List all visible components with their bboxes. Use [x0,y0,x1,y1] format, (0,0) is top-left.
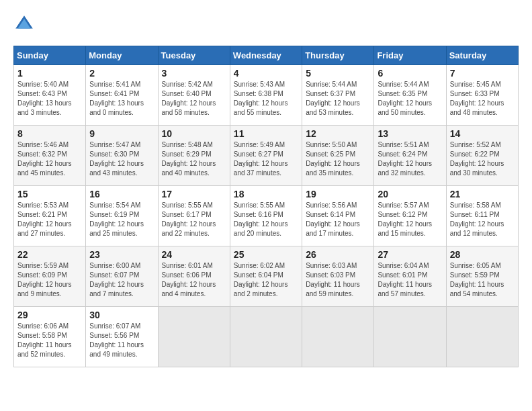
calendar-day: 27Sunrise: 6:04 AMSunset: 6:01 PMDayligh… [374,246,446,307]
calendar-header: SundayMondayTuesdayWednesdayThursdayFrid… [14,46,519,65]
day-detail: Sunrise: 5:57 AMSunset: 6:12 PMDaylight:… [378,201,442,238]
calendar-day: 2Sunrise: 5:41 AMSunset: 6:41 PMDaylight… [86,65,158,126]
day-number: 16 [89,189,154,199]
column-header-friday: Friday [374,46,446,65]
day-number: 19 [306,189,370,199]
day-detail: Sunrise: 5:49 AMSunset: 6:27 PMDaylight:… [234,140,298,178]
day-detail: Sunrise: 5:58 AMSunset: 6:11 PMDaylight:… [450,201,515,238]
day-detail: Sunrise: 6:06 AMSunset: 5:58 PMDaylight:… [17,322,82,359]
column-header-monday: Monday [86,46,158,65]
day-detail: Sunrise: 5:43 AMSunset: 6:38 PMDaylight:… [234,80,298,118]
day-detail: Sunrise: 6:07 AMSunset: 5:56 PMDaylight:… [89,322,154,359]
calendar-day: 6Sunrise: 5:44 AMSunset: 6:35 PMDaylight… [374,65,446,126]
day-number: 9 [89,128,154,139]
column-header-thursday: Thursday [302,46,374,65]
calendar-table: SundayMondayTuesdayWednesdayThursdayFrid… [13,46,519,367]
day-number: 18 [234,189,298,199]
day-number: 24 [162,249,226,260]
day-detail: Sunrise: 5:55 AMSunset: 6:17 PMDaylight:… [162,201,226,238]
day-number: 26 [306,249,370,260]
calendar-day: 18Sunrise: 5:55 AMSunset: 6:16 PMDayligh… [230,186,302,246]
calendar-day: 15Sunrise: 5:53 AMSunset: 6:21 PMDayligh… [14,186,86,246]
day-number: 27 [378,249,442,260]
day-number: 15 [17,189,82,199]
day-detail: Sunrise: 5:41 AMSunset: 6:41 PMDaylight:… [89,80,154,118]
day-detail: Sunrise: 5:44 AMSunset: 6:35 PMDaylight:… [378,80,442,118]
day-detail: Sunrise: 6:00 AMSunset: 6:07 PMDaylight:… [89,261,154,299]
calendar-day: 1Sunrise: 5:40 AMSunset: 6:43 PMDaylight… [14,65,86,126]
page-header [13,13,519,35]
day-number: 12 [306,128,370,139]
day-number: 30 [89,310,154,320]
calendar-day: 28Sunrise: 6:05 AMSunset: 5:59 PMDayligh… [446,246,518,307]
day-number: 10 [162,128,226,139]
day-detail: Sunrise: 6:02 AMSunset: 6:04 PMDaylight:… [234,261,298,299]
day-number: 20 [378,189,442,199]
day-detail: Sunrise: 5:53 AMSunset: 6:21 PMDaylight:… [17,201,82,238]
day-detail: Sunrise: 6:03 AMSunset: 6:03 PMDaylight:… [306,261,370,299]
calendar-day: 5Sunrise: 5:44 AMSunset: 6:37 PMDaylight… [302,65,374,126]
day-detail: Sunrise: 5:50 AMSunset: 6:25 PMDaylight:… [306,140,370,178]
day-detail: Sunrise: 6:04 AMSunset: 6:01 PMDaylight:… [378,261,442,299]
day-number: 13 [378,128,442,139]
day-detail: Sunrise: 5:47 AMSunset: 6:30 PMDaylight:… [89,140,154,178]
calendar-day: 29Sunrise: 6:06 AMSunset: 5:58 PMDayligh… [14,307,86,367]
column-header-wednesday: Wednesday [230,46,302,65]
day-detail: Sunrise: 5:45 AMSunset: 6:33 PMDaylight:… [450,80,515,118]
day-detail: Sunrise: 6:01 AMSunset: 6:06 PMDaylight:… [162,261,226,299]
column-header-sunday: Sunday [14,46,86,65]
day-number: 17 [162,189,226,199]
day-number: 21 [450,189,515,199]
calendar-day: 20Sunrise: 5:57 AMSunset: 6:12 PMDayligh… [374,186,446,246]
calendar-day [230,307,302,367]
calendar-day [446,307,518,367]
calendar-day: 14Sunrise: 5:52 AMSunset: 6:22 PMDayligh… [446,126,518,186]
day-detail: Sunrise: 5:59 AMSunset: 6:09 PMDaylight:… [17,261,82,299]
day-detail: Sunrise: 5:51 AMSunset: 6:24 PMDaylight:… [378,140,442,178]
day-number: 22 [17,249,82,260]
calendar-day: 9Sunrise: 5:47 AMSunset: 6:30 PMDaylight… [86,126,158,186]
calendar-day: 3Sunrise: 5:42 AMSunset: 6:40 PMDaylight… [158,65,230,126]
calendar-day: 4Sunrise: 5:43 AMSunset: 6:38 PMDaylight… [230,65,302,126]
column-header-saturday: Saturday [446,46,518,65]
day-detail: Sunrise: 5:46 AMSunset: 6:32 PMDaylight:… [17,140,82,178]
day-detail: Sunrise: 5:56 AMSunset: 6:14 PMDaylight:… [306,201,370,238]
calendar-day: 13Sunrise: 5:51 AMSunset: 6:24 PMDayligh… [374,126,446,186]
calendar-day [302,307,374,367]
calendar-day: 26Sunrise: 6:03 AMSunset: 6:03 PMDayligh… [302,246,374,307]
calendar-day: 8Sunrise: 5:46 AMSunset: 6:32 PMDaylight… [14,126,86,186]
calendar-day: 25Sunrise: 6:02 AMSunset: 6:04 PMDayligh… [230,246,302,307]
calendar-day: 12Sunrise: 5:50 AMSunset: 6:25 PMDayligh… [302,126,374,186]
day-number: 4 [234,68,298,79]
calendar-day: 7Sunrise: 5:45 AMSunset: 6:33 PMDaylight… [446,65,518,126]
calendar-week-row: 22Sunrise: 5:59 AMSunset: 6:09 PMDayligh… [14,246,519,307]
day-number: 11 [234,128,298,139]
calendar-week-row: 8Sunrise: 5:46 AMSunset: 6:32 PMDaylight… [14,126,519,186]
day-number: 6 [378,68,442,79]
day-number: 14 [450,128,515,139]
day-number: 8 [17,128,82,139]
calendar-week-row: 1Sunrise: 5:40 AMSunset: 6:43 PMDaylight… [14,65,519,126]
day-number: 25 [234,249,298,260]
day-detail: Sunrise: 5:48 AMSunset: 6:29 PMDaylight:… [162,140,226,178]
day-number: 3 [162,68,226,79]
calendar-day: 24Sunrise: 6:01 AMSunset: 6:06 PMDayligh… [158,246,230,307]
day-number: 2 [89,68,154,79]
day-number: 29 [17,310,82,320]
calendar-week-row: 15Sunrise: 5:53 AMSunset: 6:21 PMDayligh… [14,186,519,246]
logo-icon [13,13,35,35]
calendar-day: 22Sunrise: 5:59 AMSunset: 6:09 PMDayligh… [14,246,86,307]
calendar-day: 19Sunrise: 5:56 AMSunset: 6:14 PMDayligh… [302,186,374,246]
day-number: 7 [450,68,515,79]
day-number: 23 [89,249,154,260]
day-number: 28 [450,249,515,260]
day-detail: Sunrise: 5:54 AMSunset: 6:19 PMDaylight:… [89,201,154,238]
calendar-day: 10Sunrise: 5:48 AMSunset: 6:29 PMDayligh… [158,126,230,186]
column-header-tuesday: Tuesday [158,46,230,65]
day-detail: Sunrise: 5:42 AMSunset: 6:40 PMDaylight:… [162,80,226,118]
calendar-day: 21Sunrise: 5:58 AMSunset: 6:11 PMDayligh… [446,186,518,246]
day-detail: Sunrise: 5:44 AMSunset: 6:37 PMDaylight:… [306,80,370,118]
day-detail: Sunrise: 5:40 AMSunset: 6:43 PMDaylight:… [17,80,82,118]
calendar-day: 30Sunrise: 6:07 AMSunset: 5:56 PMDayligh… [86,307,158,367]
day-detail: Sunrise: 5:52 AMSunset: 6:22 PMDaylight:… [450,140,515,178]
